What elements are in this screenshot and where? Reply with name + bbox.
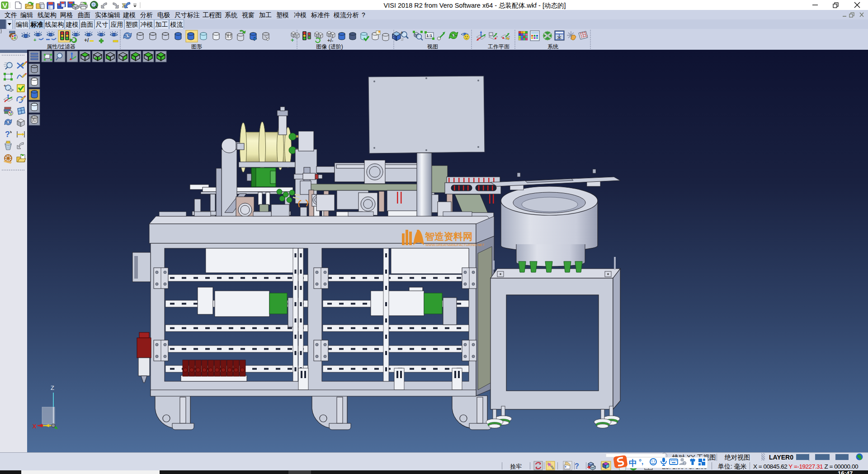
svg-text:?: ? (5, 130, 10, 139)
svg-text:+/: +/ (84, 37, 89, 43)
svg-text:+: + (291, 37, 294, 43)
svg-text:7: 7 (684, 461, 686, 465)
svg-text:+/-: +/- (327, 38, 333, 43)
svg-text:中: 中 (629, 459, 637, 468)
svg-text:Z: Z (51, 384, 54, 391)
svg-text:+: + (401, 30, 403, 35)
svg-text:智造资料网: 智造资料网 (425, 231, 472, 242)
svg-text:+: + (33, 37, 36, 43)
svg-text:WWW.GREATMANUFACTURING.NET: WWW.GREATMANUFACTURING.NET (425, 243, 485, 247)
svg-text:1:1: 1:1 (426, 33, 432, 38)
svg-text:?: ? (575, 462, 579, 470)
svg-text:°,: °, (639, 458, 643, 465)
svg-text:X: X (33, 423, 37, 430)
